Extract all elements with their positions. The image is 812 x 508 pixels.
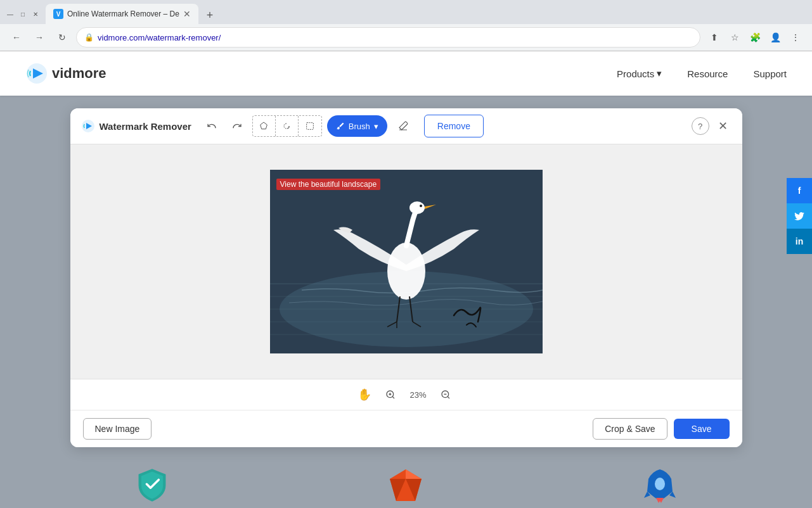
zoom-out-icon	[441, 390, 451, 400]
facebook-button[interactable]: f	[787, 178, 812, 203]
footer-right: Crop & Save Save	[593, 418, 729, 440]
app-toolbar: Watermark Remover	[70, 108, 742, 144]
diamond-icon-section	[387, 466, 425, 504]
lasso-icon	[281, 121, 292, 131]
social-sidebar: f in	[787, 178, 812, 254]
tab-bar: V Online Watermark Remover – De ✕ +	[46, 4, 807, 24]
shape-tools	[252, 115, 322, 137]
tab-favicon: V	[53, 9, 63, 19]
toolbar-app-name: Watermark Remover	[100, 121, 191, 132]
browser-chrome: — □ ✕ V Online Watermark Remover – De ✕ …	[0, 0, 812, 51]
svg-text:V: V	[56, 11, 61, 18]
svg-rect-6	[307, 123, 314, 130]
hand-tool-icon[interactable]: ✋	[358, 388, 371, 402]
zoom-out-button[interactable]	[437, 386, 454, 403]
products-label: Products	[617, 68, 654, 79]
app-panel: Watermark Remover	[70, 108, 742, 447]
brush-tool-button[interactable]: Brush ▾	[327, 115, 387, 137]
polygon-icon	[259, 121, 269, 131]
window-maximize-button[interactable]: □	[18, 9, 28, 19]
window-close-button[interactable]: ✕	[30, 9, 41, 19]
address-bar-row: ← → ↻ 🔒 vidmore.com/watermark-remover/ ⬆…	[0, 24, 812, 51]
eraser-button[interactable]	[392, 115, 414, 137]
rocket-icon-section	[641, 466, 679, 504]
toolbar-logo-icon	[81, 118, 96, 134]
rect-tool-button[interactable]	[299, 116, 321, 136]
svg-line-24	[393, 397, 395, 398]
lasso-tool-button[interactable]	[276, 116, 299, 136]
active-tab[interactable]: V Online Watermark Remover – De ✕	[46, 4, 198, 24]
forward-button[interactable]: →	[30, 29, 48, 46]
svg-line-28	[448, 397, 449, 398]
brush-label: Brush	[349, 122, 370, 131]
site-logo[interactable]: vidmore	[25, 62, 106, 85]
page-content: vidmore Products ▾ Resource Support f in	[0, 51, 812, 508]
new-tab-button[interactable]: +	[201, 6, 219, 24]
logo-icon	[25, 62, 48, 85]
twitter-icon	[794, 210, 805, 222]
toolbar-logo: Watermark Remover	[81, 118, 191, 134]
nav-links: Products ▾ Resource Support	[617, 68, 787, 79]
svg-point-35	[655, 478, 665, 490]
products-dropdown-icon: ▾	[657, 68, 662, 79]
url-text: vidmore.com/watermark-remover/	[98, 33, 221, 42]
shield-icon-section	[133, 466, 171, 504]
svg-point-16	[409, 201, 425, 214]
brush-dropdown-icon: ▾	[374, 122, 378, 131]
save-button[interactable]: Save	[674, 419, 730, 439]
rocket-icon	[641, 466, 679, 504]
redo-icon	[232, 121, 242, 131]
support-label: Support	[753, 68, 787, 79]
browser-actions: ⬆ ☆ 🧩 👤 ⋮	[706, 29, 804, 46]
help-button[interactable]: ?	[692, 117, 709, 135]
logo-text: vidmore	[52, 65, 106, 82]
titlebar: — □ ✕ V Online Watermark Remover – De ✕ …	[0, 0, 812, 24]
canvas-area[interactable]: View the beautiful landscape	[70, 144, 742, 379]
lock-icon: 🔒	[84, 33, 94, 42]
svg-point-17	[420, 205, 422, 207]
tab-close-button[interactable]: ✕	[183, 9, 191, 19]
resource-label: Resource	[687, 68, 728, 79]
window-minimize-button[interactable]: —	[5, 9, 15, 19]
diamond-icon	[387, 466, 425, 504]
shield-icon	[133, 466, 171, 504]
bookmark-button[interactable]: ☆	[726, 29, 744, 46]
crop-save-button[interactable]: Crop & Save	[593, 418, 667, 440]
support-nav-item[interactable]: Support	[753, 68, 787, 79]
twitter-button[interactable]	[787, 203, 812, 229]
tab-title: Online Watermark Remover – De	[67, 10, 179, 18]
undo-button[interactable]	[202, 116, 222, 136]
watermark-text: View the beautiful landscape	[276, 179, 381, 190]
address-bar[interactable]: 🔒 vidmore.com/watermark-remover/	[76, 27, 700, 48]
share-button[interactable]: ⬆	[706, 29, 723, 46]
products-nav-item[interactable]: Products ▾	[617, 68, 662, 79]
linkedin-button[interactable]: in	[787, 229, 812, 254]
remove-button[interactable]: Remove	[424, 115, 484, 137]
menu-button[interactable]: ⋮	[787, 29, 804, 46]
window-controls: — □ ✕	[5, 9, 41, 19]
polygon-tool-button[interactable]	[253, 116, 276, 136]
close-panel-button[interactable]: ✕	[714, 117, 732, 135]
brush-icon	[336, 122, 345, 130]
zoom-in-icon	[385, 390, 396, 400]
zoom-percent: 23%	[409, 390, 426, 400]
refresh-button[interactable]: ↻	[53, 29, 71, 46]
main-image: View the beautiful landscape	[270, 170, 543, 353]
toolbar-right: ? ✕	[692, 117, 732, 135]
zoom-in-button[interactable]	[382, 386, 399, 403]
extensions-button[interactable]: 🧩	[746, 29, 764, 46]
zoom-controls: ✋ 23%	[70, 379, 742, 410]
redo-button[interactable]	[227, 116, 247, 136]
resource-nav-item[interactable]: Resource	[687, 68, 728, 79]
app-footer: New Image Crop & Save Save	[70, 410, 742, 447]
site-navbar: vidmore Products ▾ Resource Support	[0, 51, 812, 96]
eraser-icon	[397, 120, 409, 132]
new-image-button[interactable]: New Image	[83, 418, 152, 440]
undo-icon	[207, 121, 217, 131]
image-container: View the beautiful landscape	[270, 170, 543, 353]
profile-button[interactable]: 👤	[766, 29, 784, 46]
back-button[interactable]: ←	[8, 29, 25, 46]
bottom-icons-section	[0, 454, 812, 508]
rect-select-icon	[305, 121, 315, 131]
image-scene	[270, 170, 543, 353]
